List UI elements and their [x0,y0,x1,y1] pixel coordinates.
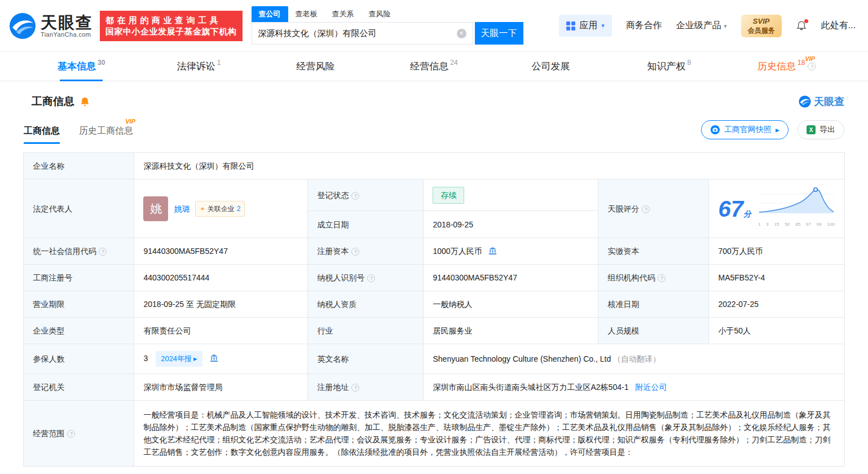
score-number: 67 [718,196,743,221]
tab-company-development[interactable]: 公司发展 [493,52,610,81]
search-tab-relation[interactable]: 查关系 [325,6,362,22]
top-bar: 天眼查 TianYanCha.com 都在用的商业查询工具 国家中小企业发展子基… [0,0,868,51]
taxpayer-quality-label: 纳税人资质 [308,291,424,318]
registry-value: 深圳市市场监督管理局 [134,374,308,401]
business-scope-label: 经营范围? [24,401,134,467]
subtab-history-business-info[interactable]: VIP 历史工商信息 [79,125,133,144]
search-tab-boss[interactable]: 查老板 [288,6,325,22]
apps-label: 应用 [579,20,597,32]
english-name-label: 英文名称 [308,344,424,374]
tab-legal-litigation[interactable]: 法律诉讼1 [140,52,257,81]
chevron-down-icon: ▾ [724,23,727,29]
vip-tag: VIP [805,55,815,62]
help-icon[interactable]: ? [351,248,359,256]
help-icon[interactable]: ? [99,248,107,256]
help-icon[interactable]: ? [351,192,359,200]
taxpayer-id-value: 91440300MA5FB52Y47 [424,265,598,291]
help-icon[interactable]: ? [67,430,75,438]
credit-code-label: 统一社会信用代码? [24,238,134,265]
reg-capital-label: 注册资本? [308,238,424,265]
header-right: 应用 ▾ 商务合作 企业级产品 ▾ SVIP 会员服务 此处有... [559,15,856,37]
svip-sublabel: 会员服务 [748,26,775,35]
enterprise-products-link[interactable]: 企业级产品 ▾ [676,20,727,32]
tab-operation-risk[interactable]: 经营风险 [258,52,375,81]
search-tab-risk[interactable]: 查风险 [362,6,398,22]
establish-date-label: 成立日期 [308,211,424,238]
watermark-text: 天眼查 [814,95,844,108]
search-submit-button[interactable]: 天眼一下 [475,22,523,45]
search-area: 查公司 查老板 查关系 查风险 × 天眼一下 [252,7,523,45]
help-icon[interactable]: ? [367,274,375,282]
taxpayer-id-label: 纳税人识别号? [308,265,424,291]
business-scope-value: 一般经营项目是：机械产品及人工智能领域的设计、技术开发、技术咨询、技术服务；文化… [134,401,844,467]
capital-bank-icon[interactable] [488,247,497,255]
tab-history-info[interactable]: VIP 历史信息18 ? [728,52,845,81]
clear-search-icon[interactable]: × [457,29,466,38]
paid-capital-label: 实缴资本 [598,238,709,265]
chevron-down-icon: ▾ [601,22,605,29]
taxpayer-quality-value: 一般纳税人 [424,291,598,318]
company-nav-tabs: 基本信息30 法律诉讼1 经营风险 经营信息24 公司发展 知识产权8 VIP … [0,51,868,81]
notification-dot [804,19,808,23]
vip-tag: VIP [125,118,135,125]
snapshot-camera-icon [710,125,720,135]
staff-size-label: 人员规模 [598,318,709,344]
nearby-companies-link[interactable]: 附近公司 [635,383,667,392]
monitor-bell-icon[interactable] [80,96,90,107]
company-name-label: 企业名称 [24,153,134,179]
table-row: 经营范围? 一般经营项目是：机械产品及人工智能领域的设计、技术开发、技术咨询、技… [24,401,844,467]
section-header: 工商信息 天眼查 [0,81,868,109]
credit-code-value: 91440300MA5FB52Y47 [134,238,308,265]
business-cooperation-link[interactable]: 商务合作 [626,20,662,32]
business-term-value: 2018-09-25 至 无固定期限 [134,291,308,318]
search-input[interactable] [258,29,457,38]
score-unit: 分 [743,209,751,218]
legal-rep-label: 法定代表人 [24,179,134,238]
legal-rep-avatar[interactable]: 姚 [143,196,168,221]
address-value: 深圳市南山区南头街道南头城社区万力工业区A2栋504-1 附近公司 [424,374,844,401]
table-row: 参保人数 3 2024年报 ▸ 英文名称 Shenyuan Technology… [24,344,844,374]
score-value-cell: 67分 131550859799100 [709,179,844,238]
promo-banner: 都在用的商业查询工具 国家中小企业发展子基金旗下机构 [100,11,243,41]
export-button[interactable]: X 导出 [797,120,844,139]
table-row: 营业期限 2018-09-25 至 无固定期限 纳税人资质 一般纳税人 核准日期… [24,291,844,318]
approval-date-value: 2022-07-25 [709,291,844,318]
help-icon[interactable]: ? [351,384,359,392]
table-row: 企业名称 深源科技文化（深圳）有限公司 [24,153,844,179]
apps-menu-button[interactable]: 应用 ▾ [559,15,612,37]
help-icon[interactable]: ? [642,205,650,213]
reg-status-label: 登记状态? [308,179,424,211]
industry-value: 居民服务业 [424,318,598,344]
tianyancha-logo[interactable]: 天眼查 TianYanCha.com [9,12,93,40]
table-row: 统一社会信用代码? 91440300MA5FB52Y47 注册资本? 1000万… [24,238,844,265]
notification-bell-icon[interactable] [796,20,807,32]
table-row: 工商注册号 440300205517444 纳税人识别号? 91440300MA… [24,265,844,291]
logo-text-en: TianYanCha.com [41,31,93,38]
insured-bank-icon[interactable] [210,354,218,362]
legal-rep-value: 姚 姚璐 ⚭ 关联企业 2 [134,179,308,238]
help-icon[interactable]: ? [658,274,666,282]
company-type-label: 企业类型 [24,318,134,344]
registry-label: 登记机关 [24,374,134,401]
staff-size-value: 小于50人 [709,318,844,344]
subtab-business-info[interactable]: 工商信息 [24,125,60,144]
legal-rep-name-link[interactable]: 姚璐 [174,203,190,215]
related-companies-badge[interactable]: ⚭ 关联企业 2 [195,201,245,217]
search-box: × [252,22,473,45]
tab-business-info[interactable]: 经营信息24 [375,52,492,81]
related-companies-icon: ⚭ [200,203,205,215]
address-label: 注册地址? [308,374,424,401]
annual-report-badge[interactable]: 2024年报 ▸ [156,351,202,367]
official-snapshot-button[interactable]: 工商官网快照 ▸ [701,120,788,139]
search-tab-company[interactable]: 查公司 [252,6,288,22]
promo-line2: 国家中小企业发展子基金旗下机构 [105,26,237,37]
user-account[interactable]: 此处有... [821,20,856,32]
tianyancha-swoosh-icon [799,95,811,108]
business-term-label: 营业期限 [24,291,134,318]
tab-basic-info[interactable]: 基本信息30 [23,52,140,81]
tab-intellectual-property[interactable]: 知识产权8 [610,52,728,81]
svip-membership-button[interactable]: SVIP 会员服务 [741,15,782,37]
help-icon[interactable]: ? [808,63,816,71]
section-watermark: 天眼查 [799,95,844,108]
reg-status-value: 存续 [424,179,598,211]
